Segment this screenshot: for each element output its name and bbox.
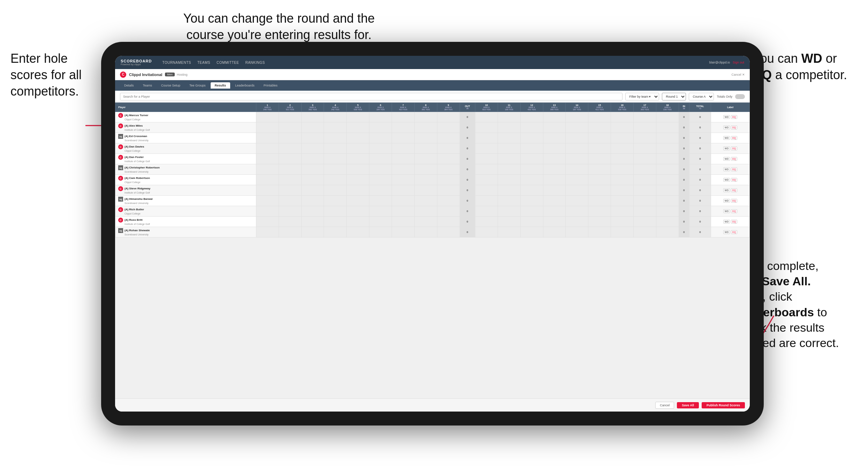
score-hole-14[interactable]	[566, 122, 588, 133]
filter-by-team[interactable]: Filter by team ▾	[625, 93, 659, 100]
score-hole-12[interactable]	[520, 206, 543, 217]
score-hole-17[interactable]	[634, 175, 656, 185]
score-hole-13[interactable]	[543, 164, 566, 175]
wd-button[interactable]: WD	[723, 167, 730, 171]
score-input-h11[interactable]	[506, 199, 512, 202]
score-input-h11[interactable]	[506, 147, 512, 150]
score-input-h13[interactable]	[551, 136, 558, 140]
score-input-h3[interactable]	[310, 168, 316, 171]
score-hole-15[interactable]	[588, 206, 611, 217]
score-input-h4[interactable]	[332, 231, 338, 234]
dq-button[interactable]: DQ	[731, 167, 738, 171]
score-input-h16[interactable]	[619, 126, 625, 129]
score-input-h1[interactable]	[264, 199, 271, 202]
score-input-h8[interactable]	[423, 147, 429, 150]
score-hole-4[interactable]	[324, 122, 347, 133]
score-hole-14[interactable]	[566, 217, 588, 227]
score-hole-9[interactable]	[437, 175, 460, 185]
score-hole-3[interactable]	[301, 206, 324, 217]
score-hole-12[interactable]	[520, 175, 543, 185]
score-input-h11[interactable]	[506, 168, 512, 171]
score-hole-3[interactable]	[301, 175, 324, 185]
score-hole-11[interactable]	[498, 206, 520, 217]
score-hole-17[interactable]	[634, 112, 656, 122]
score-hole-9[interactable]	[437, 185, 460, 196]
dq-button[interactable]: DQ	[731, 188, 738, 192]
score-input-h1[interactable]	[264, 220, 271, 223]
score-input-h6[interactable]	[377, 231, 384, 234]
score-hole-18[interactable]	[656, 143, 679, 154]
score-input-h17[interactable]	[642, 168, 648, 171]
score-hole-14[interactable]	[566, 206, 588, 217]
score-hole-7[interactable]	[392, 143, 415, 154]
score-hole-7[interactable]	[392, 154, 415, 164]
score-hole-5[interactable]	[347, 217, 369, 227]
score-input-h8[interactable]	[423, 231, 429, 234]
score-hole-4[interactable]	[324, 185, 347, 196]
course-select[interactable]: Course A	[689, 93, 714, 100]
score-input-h16[interactable]	[619, 189, 625, 192]
score-input-h8[interactable]	[423, 210, 429, 213]
score-hole-15[interactable]	[588, 217, 611, 227]
score-input-h4[interactable]	[332, 168, 338, 171]
score-input-h3[interactable]	[310, 189, 316, 192]
dq-button[interactable]: DQ	[731, 220, 738, 224]
score-hole-16[interactable]	[611, 122, 634, 133]
score-input-h14[interactable]	[574, 220, 580, 223]
score-input-h4[interactable]	[332, 210, 338, 213]
score-hole-1[interactable]	[256, 227, 279, 238]
score-input-h5[interactable]	[355, 231, 361, 234]
score-input-h18[interactable]	[664, 136, 671, 140]
score-input-h6[interactable]	[377, 199, 384, 202]
save-all-button[interactable]: Save All	[677, 402, 699, 408]
score-input-h18[interactable]	[664, 115, 671, 119]
score-input-h10[interactable]	[483, 231, 490, 234]
score-input-h2[interactable]	[287, 231, 293, 234]
score-hole-10[interactable]	[475, 164, 498, 175]
score-hole-4[interactable]	[324, 217, 347, 227]
score-hole-17[interactable]	[634, 143, 656, 154]
score-input-h14[interactable]	[574, 199, 580, 202]
publish-button[interactable]: Publish Round Scores	[702, 402, 745, 408]
score-hole-2[interactable]	[279, 112, 301, 122]
score-hole-5[interactable]	[347, 143, 369, 154]
score-input-h1[interactable]	[264, 136, 271, 140]
score-input-h17[interactable]	[642, 189, 648, 192]
score-input-h9[interactable]	[445, 189, 452, 192]
score-input-h2[interactable]	[287, 115, 293, 119]
score-input-h9[interactable]	[445, 126, 452, 129]
dq-button[interactable]: DQ	[731, 209, 738, 213]
nav-committee[interactable]: COMMITTEE	[217, 61, 239, 65]
score-hole-12[interactable]	[520, 227, 543, 238]
score-input-h13[interactable]	[551, 147, 558, 150]
score-input-h12[interactable]	[529, 220, 535, 223]
score-input-h6[interactable]	[377, 178, 384, 181]
score-input-h5[interactable]	[355, 126, 361, 129]
score-input-h16[interactable]	[619, 157, 625, 160]
score-input-h13[interactable]	[551, 115, 558, 119]
score-input-h10[interactable]	[483, 178, 490, 181]
score-hole-17[interactable]	[634, 217, 656, 227]
score-hole-14[interactable]	[566, 185, 588, 196]
score-hole-4[interactable]	[324, 143, 347, 154]
score-input-h14[interactable]	[574, 157, 580, 160]
score-input-h11[interactable]	[506, 136, 512, 140]
score-hole-5[interactable]	[347, 164, 369, 175]
score-input-h10[interactable]	[483, 147, 490, 150]
score-input-h3[interactable]	[310, 136, 316, 140]
score-input-h10[interactable]	[483, 210, 490, 213]
score-input-h14[interactable]	[574, 168, 580, 171]
score-hole-16[interactable]	[611, 217, 634, 227]
score-hole-12[interactable]	[520, 133, 543, 143]
score-input-h5[interactable]	[355, 136, 361, 140]
score-hole-15[interactable]	[588, 185, 611, 196]
wd-button[interactable]: WD	[723, 136, 730, 140]
score-hole-2[interactable]	[279, 164, 301, 175]
score-input-h9[interactable]	[445, 115, 452, 119]
score-input-h5[interactable]	[355, 115, 361, 119]
score-hole-8[interactable]	[414, 154, 437, 164]
score-input-h12[interactable]	[529, 210, 535, 213]
score-input-h3[interactable]	[310, 115, 316, 119]
score-hole-8[interactable]	[414, 122, 437, 133]
score-input-h11[interactable]	[506, 157, 512, 160]
